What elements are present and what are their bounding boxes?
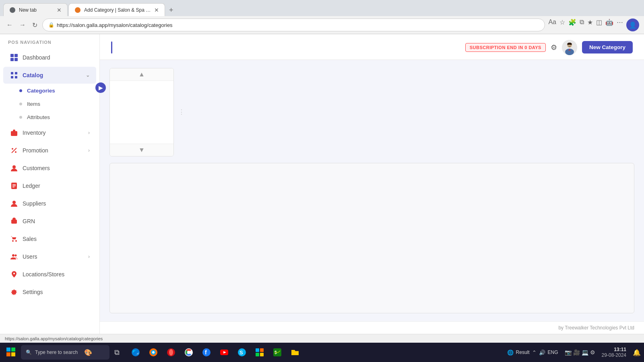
tab-newtab[interactable]: New tab ✕ bbox=[3, 3, 68, 16]
notification-icon[interactable]: 🔔 bbox=[633, 349, 641, 356]
customers-icon bbox=[10, 164, 19, 173]
main-header: SUBSCRIPTION END IN 0 DAYS ⚙ bbox=[100, 34, 644, 60]
taskbar-app-store[interactable] bbox=[252, 344, 268, 360]
catalog-label: Catalog bbox=[23, 72, 86, 78]
sidebar-item-customers[interactable]: Customers bbox=[3, 160, 96, 177]
tab-favicon bbox=[9, 7, 16, 13]
taskbar-app-facebook[interactable]: f bbox=[198, 344, 215, 360]
inventory-arrow: › bbox=[88, 130, 90, 136]
gear-taskbar-icon[interactable]: ⚙ bbox=[590, 349, 595, 356]
svg-text:S: S bbox=[239, 350, 243, 356]
dashboard-label: Dashboard bbox=[23, 54, 90, 61]
media-icons: 📷 🎥 💻 ⚙ bbox=[565, 349, 595, 356]
sidebar-item-dashboard[interactable]: Dashboard bbox=[3, 49, 96, 66]
taskbar-app-firefox[interactable] bbox=[145, 344, 161, 360]
users-label: Users bbox=[23, 253, 88, 260]
extensions-icon[interactable]: 🧩 bbox=[568, 19, 576, 31]
monitor-icon[interactable]: 💻 bbox=[582, 349, 588, 356]
svg-point-25 bbox=[13, 273, 15, 274]
split-view-icon[interactable]: ⧉ bbox=[580, 19, 584, 31]
bookmark-icon[interactable]: ☆ bbox=[559, 19, 565, 31]
sidebar-browser-icon[interactable]: ◫ bbox=[596, 19, 602, 31]
tab-active[interactable]: Add Category | Salon & Spa Man... ✕ bbox=[68, 3, 165, 16]
svg-point-42 bbox=[169, 349, 173, 356]
camera-icon[interactable]: 📷 bbox=[565, 349, 572, 356]
header-search-input[interactable] bbox=[119, 44, 199, 51]
header-accent bbox=[111, 41, 112, 53]
settings-button[interactable]: ⚙ bbox=[551, 43, 557, 52]
new-tab-button[interactable]: + bbox=[166, 4, 177, 16]
items-dot bbox=[19, 103, 22, 105]
taskbar-app-skype[interactable]: S bbox=[234, 344, 250, 360]
video-icon[interactable]: 🎥 bbox=[573, 349, 580, 356]
clock[interactable]: 13:11 29-08-2024 bbox=[599, 347, 630, 358]
taskbar-app-explorer[interactable] bbox=[287, 344, 303, 360]
svg-rect-51 bbox=[256, 348, 259, 352]
tab-newtab-title: New tab bbox=[19, 7, 54, 13]
tab-active-title: Add Category | Salon & Spa Man... bbox=[84, 7, 152, 13]
tab-active-close[interactable]: ✕ bbox=[154, 7, 159, 13]
sidebar-item-users[interactable]: Users › bbox=[3, 248, 96, 265]
avatar bbox=[562, 40, 577, 55]
taskbar-app-finance[interactable]: $ bbox=[269, 344, 285, 360]
users-arrow: › bbox=[88, 254, 90, 259]
sidebar-subitem-categories[interactable]: Categories bbox=[3, 84, 96, 97]
copilot-icon[interactable]: 🤖 bbox=[605, 19, 613, 31]
reload-button[interactable]: ↻ bbox=[31, 20, 39, 31]
sidebar-item-ledger[interactable]: Ledger bbox=[3, 177, 96, 194]
sidebar-item-settings[interactable]: Settings bbox=[3, 284, 96, 300]
taskbar-app-opera[interactable] bbox=[163, 344, 179, 360]
new-category-button[interactable]: New Category bbox=[582, 41, 633, 53]
taskbar-app-edge[interactable] bbox=[128, 344, 144, 360]
sidebar-item-locations[interactable]: Locations/Stores bbox=[3, 266, 96, 283]
sidebar-item-catalog[interactable]: Catalog ⌄ bbox=[3, 67, 96, 84]
sidebar-item-suppliers[interactable]: Suppliers bbox=[3, 195, 96, 212]
forward-button[interactable]: → bbox=[18, 20, 27, 30]
sidebar-subitem-attributes[interactable]: Attributes bbox=[3, 111, 96, 123]
scroll-up-button[interactable]: ▲ bbox=[110, 68, 173, 81]
taskbar-app-youtube[interactable] bbox=[216, 344, 232, 360]
svg-rect-53 bbox=[256, 353, 259, 356]
address-bar: ← → ↻ 🔒 https://salon.galla.app/mysalon/… bbox=[0, 16, 644, 34]
network-icon[interactable]: 🌐 bbox=[507, 350, 514, 356]
collections-icon[interactable]: ★ bbox=[587, 19, 593, 31]
items-label: Items bbox=[27, 101, 40, 107]
tab-newtab-close[interactable]: ✕ bbox=[57, 7, 62, 13]
svg-point-11 bbox=[12, 148, 13, 150]
taskbar-app-chrome[interactable] bbox=[181, 344, 197, 360]
sidebar-item-promotion[interactable]: Promotion › bbox=[3, 142, 96, 159]
suppliers-icon bbox=[10, 199, 19, 208]
url-text: https://salon.galla.app/mysalon/catalog/… bbox=[57, 22, 173, 28]
sidebar-subitem-items[interactable]: Items bbox=[3, 98, 96, 110]
inventory-label: Inventory bbox=[23, 130, 88, 136]
profile-icon[interactable]: 👤 bbox=[626, 19, 639, 31]
content-body: ▲ ▼ ⋮ bbox=[100, 60, 644, 321]
volume-icon[interactable]: 🔊 bbox=[539, 350, 545, 356]
svg-point-44 bbox=[187, 351, 190, 354]
grn-icon bbox=[10, 217, 19, 226]
svg-point-12 bbox=[15, 151, 17, 153]
taskbar-search[interactable]: 🔍 Type here to search 🎨 bbox=[21, 345, 109, 360]
language-label: ENG bbox=[548, 350, 558, 355]
more-icon[interactable]: ⋯ bbox=[617, 19, 623, 31]
resize-handle[interactable]: ⋮ bbox=[180, 68, 183, 116]
sidebar-item-grn[interactable]: GRN bbox=[3, 213, 96, 230]
promotion-icon bbox=[10, 146, 19, 155]
scroll-down-button[interactable]: ▼ bbox=[110, 144, 173, 156]
sidebar-toggle-button[interactable]: ▶ bbox=[95, 82, 106, 93]
lock-icon: 🔒 bbox=[48, 22, 54, 28]
main-content: SUBSCRIPTION END IN 0 DAYS ⚙ bbox=[100, 34, 644, 334]
reader-icon[interactable]: Aa bbox=[548, 19, 556, 31]
back-button[interactable]: ← bbox=[5, 20, 14, 30]
sidebar-item-inventory[interactable]: Inventory › bbox=[3, 124, 96, 141]
task-view-button[interactable]: ⧉ bbox=[112, 347, 122, 358]
url-bar[interactable]: 🔒 https://salon.galla.app/mysalon/catalo… bbox=[42, 19, 545, 31]
svg-point-40 bbox=[152, 351, 155, 354]
start-button[interactable] bbox=[3, 346, 19, 359]
sidebar-item-sales[interactable]: Sales bbox=[3, 230, 96, 247]
users-icon bbox=[10, 252, 19, 261]
attributes-dot bbox=[19, 116, 22, 119]
taskbar-search-placeholder: Type here to search bbox=[35, 350, 78, 355]
chevron-up-icon[interactable]: ⌃ bbox=[532, 350, 537, 356]
svg-text:f: f bbox=[205, 349, 207, 356]
